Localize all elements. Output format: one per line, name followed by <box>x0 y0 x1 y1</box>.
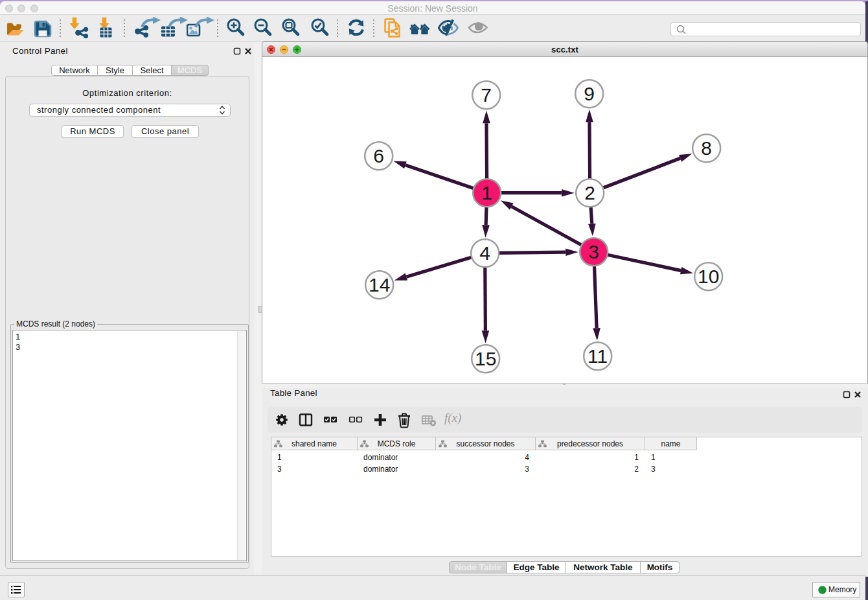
svg-text:8: 8 <box>701 137 712 159</box>
svg-text:3: 3 <box>588 241 599 262</box>
svg-text:1: 1 <box>481 182 492 203</box>
svg-text:4: 4 <box>479 242 490 264</box>
svg-text:6: 6 <box>373 145 384 167</box>
svg-text:14: 14 <box>369 274 390 295</box>
svg-text:2: 2 <box>584 182 595 203</box>
svg-text:15: 15 <box>475 348 496 369</box>
svg-text:7: 7 <box>481 84 492 106</box>
svg-text:10: 10 <box>698 266 719 287</box>
svg-text:11: 11 <box>588 345 608 367</box>
svg-text:9: 9 <box>584 83 595 104</box>
